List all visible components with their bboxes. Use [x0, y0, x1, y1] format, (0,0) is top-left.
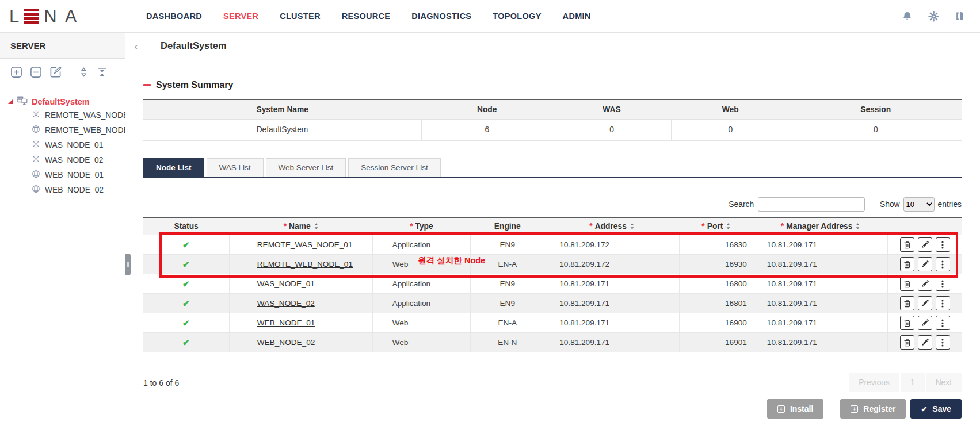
tree-item-label: WEB_NODE_01: [45, 171, 104, 179]
tree-expander-icon[interactable]: [8, 99, 13, 104]
search-input[interactable]: [758, 197, 865, 212]
actions-cell: [888, 294, 962, 313]
tree-root-defaultsystem[interactable]: DefaultSystem: [8, 95, 125, 108]
status-ok-icon: ✔: [182, 259, 190, 269]
expand-all-icon[interactable]: [78, 67, 89, 78]
edit-button[interactable]: [918, 277, 932, 291]
column-header-name[interactable]: *Name: [229, 217, 372, 235]
type-cell: Web: [372, 313, 471, 333]
nav-item-dashboard[interactable]: DASHBOARD: [146, 11, 202, 21]
node-name-link[interactable]: REMOTE_WAS_NODE_01: [257, 240, 353, 249]
column-header-port[interactable]: *Port: [679, 217, 753, 235]
edit-button[interactable]: [918, 316, 932, 330]
sidebar-collapse-button[interactable]: ‹: [125, 33, 147, 59]
sidebar-splitter-handle[interactable]: [125, 254, 131, 275]
manager-address-cell: 10.81.209.171: [753, 313, 888, 333]
delete-button[interactable]: [900, 237, 914, 252]
sidebar-title: SERVER: [0, 33, 125, 59]
pagination-next[interactable]: Next: [926, 373, 962, 392]
toolbar-divider: [70, 67, 70, 78]
collapse-all-icon[interactable]: [97, 67, 108, 78]
name-cell: REMOTE_WAS_NODE_01: [229, 235, 372, 255]
status-ok-icon: ✔: [182, 318, 190, 328]
tab-session-server-list[interactable]: Session Server List: [348, 158, 440, 177]
main-nav: DASHBOARDSERVERCLUSTERRESOURCEDIAGNOSTIC…: [146, 11, 591, 21]
register-button[interactable]: + Register: [840, 399, 906, 419]
node-table-header-row: Status*Name*TypeEngine*Address*Port*Mana…: [143, 217, 962, 235]
node-name-link[interactable]: WEB_NODE_02: [257, 338, 315, 347]
actions-cell: [888, 255, 962, 274]
summary-col-was: WAS: [552, 99, 671, 119]
install-button[interactable]: + Install: [767, 399, 823, 419]
logo-letter-l: L: [9, 7, 20, 25]
node-name-link[interactable]: REMOTE_WEB_NODE_01: [257, 260, 353, 269]
type-cell: Web원격 설치한 Node: [372, 255, 471, 274]
tree-root-label[interactable]: DefaultSystem: [32, 97, 90, 106]
nav-item-topology[interactable]: TOPOLOGY: [493, 11, 541, 21]
tree-item-remote-web-node-01[interactable]: REMOTE_WEB_NODE_01: [8, 122, 125, 137]
pagination-previous[interactable]: Previous: [849, 373, 899, 392]
nav-item-diagnostics[interactable]: DIAGNOSTICS: [411, 11, 471, 21]
delete-button[interactable]: [900, 316, 914, 330]
node-name-link[interactable]: WAS_NODE_01: [257, 279, 315, 288]
nav-item-cluster[interactable]: CLUSTER: [280, 11, 321, 21]
edit-button[interactable]: [918, 237, 932, 252]
edit-icon[interactable]: [49, 66, 62, 78]
pagination-page-1[interactable]: 1: [901, 373, 925, 392]
node-table: Status*Name*TypeEngine*Address*Port*Mana…: [143, 217, 962, 353]
nav-item-resource[interactable]: RESOURCE: [342, 11, 391, 21]
more-button[interactable]: [936, 316, 950, 330]
edit-button[interactable]: [918, 257, 932, 271]
column-header-address[interactable]: *Address: [544, 217, 680, 235]
more-button[interactable]: [936, 237, 950, 252]
edit-button[interactable]: [918, 296, 932, 310]
top-nav: L NA DASHBOARDSERVERCLUSTERRESOURCEDIAGN…: [0, 0, 980, 33]
more-button[interactable]: [936, 335, 950, 350]
node-name-link[interactable]: WEB_NODE_01: [257, 319, 315, 327]
add-icon[interactable]: [10, 66, 22, 78]
globe-icon: [32, 185, 40, 195]
tree-item-was-node-01[interactable]: WAS_NODE_01: [8, 137, 125, 152]
list-tabs: Node ListWAS ListWeb Server ListSession …: [143, 158, 962, 178]
tree-item-web-node-02[interactable]: WEB_NODE_02: [8, 182, 125, 197]
tab-web-server-list[interactable]: Web Server List: [266, 158, 346, 177]
save-button[interactable]: ✔ Save: [910, 399, 962, 419]
more-button[interactable]: [936, 296, 950, 310]
bell-icon[interactable]: [902, 11, 913, 22]
status-cell: ✔: [143, 333, 229, 352]
status-cell: ✔: [143, 235, 229, 255]
table-footer: 1 to 6 of 6 Previous 1 Next: [143, 373, 962, 392]
search-label: Search: [729, 200, 754, 209]
tree-item-was-node-02[interactable]: WAS_NODE_02: [8, 152, 125, 167]
tree-item-remote-was-node-01[interactable]: REMOTE_WAS_NODE_01: [8, 108, 125, 122]
node-name-link[interactable]: WAS_NODE_02: [257, 299, 315, 308]
remove-icon[interactable]: [30, 66, 42, 78]
more-button[interactable]: [936, 277, 950, 291]
table-row-web-node-02: ✔WEB_NODE_02WebEN-N10.81.209.1711690110.…: [143, 333, 962, 352]
nav-item-server[interactable]: SERVER: [223, 11, 258, 21]
cog-icon: [32, 110, 40, 120]
tree-item-web-node-01[interactable]: WEB_NODE_01: [8, 167, 125, 182]
page-size-select[interactable]: 10: [903, 197, 935, 212]
gear-icon[interactable]: [928, 11, 939, 22]
delete-button[interactable]: [900, 296, 914, 310]
logout-icon[interactable]: [955, 11, 965, 21]
table-row-remote-was-node-01: ✔REMOTE_WAS_NODE_01ApplicationEN910.81.2…: [143, 235, 962, 255]
lena-logo[interactable]: L NA: [9, 7, 124, 25]
system-icon: [17, 95, 28, 108]
edit-button[interactable]: [918, 335, 932, 350]
required-asterisk: *: [589, 222, 592, 231]
more-button[interactable]: [936, 257, 950, 271]
tab-was-list[interactable]: WAS List: [207, 158, 264, 177]
manager-address-cell: 10.81.209.171: [753, 255, 888, 274]
column-header-manager-address[interactable]: *Manager Address: [753, 217, 888, 235]
summary-value: 0: [552, 119, 671, 140]
node-table-wrap: Status*Name*TypeEngine*Address*Port*Mana…: [143, 217, 962, 353]
delete-button[interactable]: [900, 335, 914, 350]
required-asterisk: *: [701, 222, 704, 231]
tree-children: REMOTE_WAS_NODE_01REMOTE_WEB_NODE_01WAS_…: [8, 108, 125, 197]
delete-button[interactable]: [900, 277, 914, 291]
tab-node-list[interactable]: Node List: [143, 158, 204, 177]
nav-item-admin[interactable]: ADMIN: [563, 11, 591, 21]
delete-button[interactable]: [900, 257, 914, 271]
